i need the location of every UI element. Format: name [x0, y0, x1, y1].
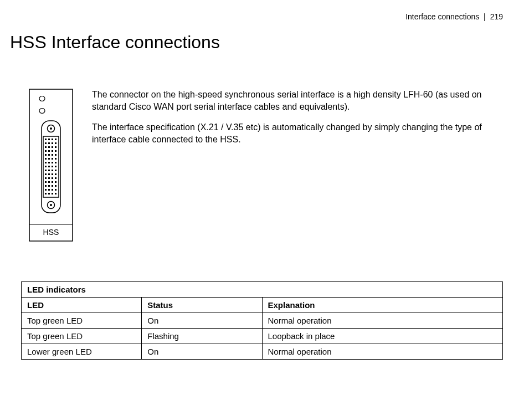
svg-rect-67 [52, 193, 53, 194]
svg-rect-66 [48, 193, 50, 194]
svg-rect-46 [48, 173, 50, 175]
svg-rect-47 [52, 173, 53, 175]
header-section: Interface connections [405, 12, 479, 21]
svg-rect-22 [48, 150, 50, 152]
hss-connector-icon: HSS [29, 89, 73, 242]
svg-rect-13 [45, 142, 47, 144]
cell-led: Top green LED [22, 329, 142, 344]
svg-rect-14 [48, 142, 50, 144]
svg-rect-12 [55, 139, 56, 140]
column-header-explanation: Explanation [262, 298, 503, 313]
svg-rect-61 [45, 189, 47, 191]
cell-status: On [142, 344, 262, 360]
svg-rect-17 [45, 146, 47, 148]
svg-rect-27 [52, 154, 53, 156]
cell-status: On [142, 313, 262, 329]
svg-rect-10 [48, 139, 50, 140]
svg-point-1 [39, 96, 45, 101]
paragraph-2: The interface specification (X.21 / V.35… [92, 121, 503, 145]
header-page-number: 219 [490, 12, 503, 21]
svg-rect-20 [55, 146, 56, 148]
cell-led: Lower green LED [22, 344, 142, 360]
svg-rect-45 [45, 173, 47, 175]
svg-rect-48 [55, 173, 56, 175]
svg-rect-41 [45, 170, 47, 171]
page-header: Interface connections | 219 [405, 12, 503, 21]
svg-rect-11 [52, 139, 53, 140]
svg-rect-32 [55, 158, 56, 160]
table-row: Top green LED On Normal operation [22, 313, 503, 329]
svg-rect-55 [52, 181, 53, 183]
column-header-led: LED [22, 298, 142, 313]
cell-explanation: Normal operation [262, 344, 503, 360]
svg-rect-65 [45, 193, 47, 194]
svg-rect-54 [48, 181, 50, 183]
svg-rect-19 [52, 146, 53, 148]
svg-rect-33 [45, 162, 47, 163]
svg-rect-30 [48, 158, 50, 160]
svg-rect-23 [52, 150, 53, 152]
table-caption: LED indicators [22, 282, 503, 298]
svg-rect-31 [52, 158, 53, 160]
page-title: HSS Interface connections [10, 32, 220, 53]
svg-rect-44 [55, 170, 56, 171]
svg-rect-63 [52, 189, 53, 191]
table-row: Top green LED Flashing Loopback in place [22, 329, 503, 344]
svg-point-2 [39, 109, 45, 114]
svg-rect-15 [52, 142, 53, 144]
panel-label-text: HSS [43, 228, 59, 237]
led-indicators-table: LED indicators LED Status Explanation To… [21, 281, 503, 360]
svg-rect-57 [45, 185, 47, 187]
svg-rect-64 [55, 189, 56, 191]
svg-rect-24 [55, 150, 56, 152]
svg-rect-28 [55, 154, 56, 156]
cell-explanation: Loopback in place [262, 329, 503, 344]
svg-rect-34 [48, 162, 50, 163]
svg-rect-58 [48, 185, 50, 187]
svg-rect-51 [52, 177, 53, 179]
svg-rect-9 [45, 139, 47, 140]
svg-rect-43 [52, 170, 53, 171]
table-row: Lower green LED On Normal operation [22, 344, 503, 360]
svg-rect-29 [45, 158, 47, 160]
cell-explanation: Normal operation [262, 313, 503, 329]
svg-rect-37 [45, 166, 47, 167]
svg-rect-25 [45, 154, 47, 156]
body-text: The connector on the high-speed synchron… [92, 89, 503, 154]
svg-point-7 [50, 204, 52, 206]
svg-rect-56 [55, 181, 56, 183]
svg-rect-52 [55, 177, 56, 179]
svg-rect-50 [48, 177, 50, 179]
svg-point-5 [50, 127, 52, 130]
cell-led: Top green LED [22, 313, 142, 329]
paragraph-1: The connector on the high-speed synchron… [92, 89, 503, 112]
svg-rect-39 [52, 166, 53, 167]
header-divider: | [484, 12, 486, 21]
svg-rect-35 [52, 162, 53, 163]
svg-rect-60 [55, 185, 56, 187]
svg-rect-59 [52, 185, 53, 187]
svg-rect-26 [48, 154, 50, 156]
svg-rect-16 [55, 142, 56, 144]
svg-rect-18 [48, 146, 50, 148]
svg-rect-53 [45, 181, 47, 183]
column-header-status: Status [142, 298, 262, 313]
svg-rect-40 [55, 166, 56, 167]
svg-rect-21 [45, 150, 47, 152]
svg-rect-42 [48, 170, 50, 171]
svg-rect-38 [48, 166, 50, 167]
svg-rect-36 [55, 162, 56, 163]
svg-rect-68 [55, 193, 56, 194]
svg-rect-62 [48, 189, 50, 191]
svg-rect-49 [45, 177, 47, 179]
cell-status: Flashing [142, 329, 262, 344]
hss-connector-figure: HSS [29, 89, 73, 244]
